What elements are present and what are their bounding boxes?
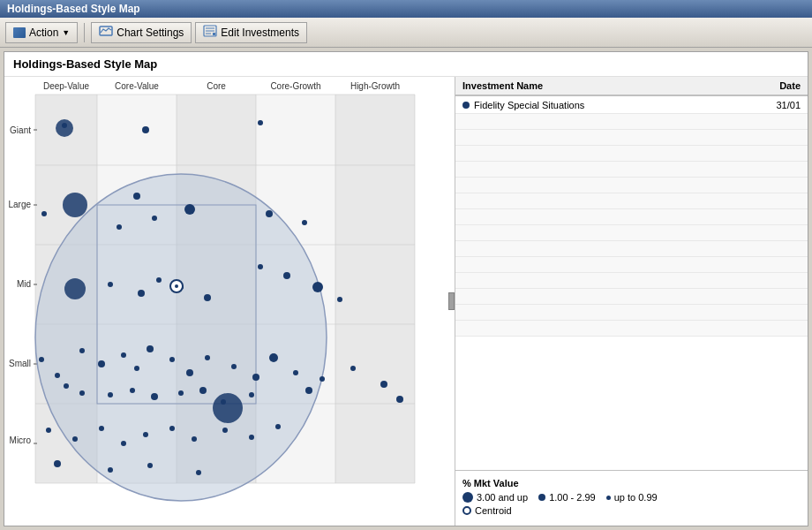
row-dot — [462, 102, 470, 109]
svg-point-104 — [147, 463, 153, 468]
svg-text:Core-Growth: Core-Growth — [270, 81, 320, 91]
svg-text:Small: Small — [9, 359, 31, 368]
chart-settings-button[interactable]: Chart Settings — [91, 22, 192, 43]
table-row-empty — [455, 241, 808, 257]
svg-point-103 — [108, 467, 113, 473]
investment-table: Investment Name Date Fidelity Special Si… — [455, 77, 808, 470]
svg-point-101 — [275, 424, 281, 429]
svg-point-77 — [293, 370, 298, 375]
svg-point-97 — [169, 426, 175, 431]
svg-point-70 — [147, 345, 154, 352]
row-name-col: Fidelity Special Situations — [462, 100, 756, 110]
style-map-chart: Deep-Value Core-Value Core Core-Growth H… — [4, 77, 455, 510]
table-row-empty — [455, 162, 808, 178]
table-row[interactable]: Fidelity Special Situations 31/01 — [455, 96, 808, 114]
svg-point-90 — [79, 390, 85, 396]
right-panel: Investment Name Date Fidelity Special Si… — [455, 77, 808, 526]
svg-point-37 — [35, 174, 327, 501]
edit-investments-icon — [203, 25, 217, 40]
scroll-stub[interactable] — [448, 292, 455, 310]
edit-investments-label: Edit Investments — [221, 26, 299, 39]
legend-row-centroid: Centroid — [462, 505, 801, 516]
legend-label-large: 3.00 and up — [477, 492, 528, 503]
svg-point-59 — [213, 393, 243, 423]
table-row-empty — [455, 305, 808, 321]
svg-point-44 — [63, 193, 87, 217]
edit-investments-button[interactable]: Edit Investments — [195, 22, 307, 43]
svg-point-80 — [380, 381, 387, 388]
svg-point-88 — [305, 387, 312, 394]
action-button[interactable]: Action ▼ — [5, 22, 78, 43]
svg-point-81 — [108, 392, 113, 398]
chart-settings-icon — [99, 25, 113, 40]
svg-point-73 — [205, 355, 210, 360]
svg-point-72 — [186, 369, 193, 376]
toolbar: Action ▼ Chart Settings Edit Investments — [0, 18, 812, 48]
svg-point-61 — [283, 272, 290, 279]
svg-point-52 — [108, 282, 113, 287]
svg-point-48 — [302, 220, 307, 225]
svg-point-94 — [99, 426, 104, 431]
legend-label-medium: 1.00 - 2.99 — [549, 492, 596, 503]
svg-point-86 — [221, 399, 226, 405]
svg-text:Giant: Giant — [10, 125, 31, 135]
legend-item-centroid: Centroid — [462, 505, 512, 516]
chart-settings-label: Chart Settings — [117, 26, 184, 39]
svg-point-42 — [258, 120, 263, 125]
action-label: Action — [29, 26, 58, 39]
content-title: Holdings-Based Style Map — [4, 52, 808, 77]
svg-point-98 — [192, 436, 197, 442]
table-header: Investment Name Date — [455, 77, 808, 96]
svg-point-65 — [55, 373, 60, 378]
row-date: 31/01 — [756, 100, 801, 110]
svg-point-64 — [39, 357, 44, 362]
col-header-name: Investment Name — [462, 80, 756, 91]
svg-point-51 — [64, 278, 86, 299]
svg-point-68 — [121, 352, 126, 358]
svg-point-45 — [133, 193, 140, 200]
svg-point-63 — [337, 297, 342, 302]
svg-point-78 — [320, 376, 325, 382]
table-row-empty — [455, 273, 808, 289]
svg-text:Large: Large — [8, 200, 31, 209]
svg-point-41 — [142, 126, 149, 133]
table-row-empty — [455, 193, 808, 209]
svg-point-60 — [258, 264, 263, 269]
table-row-empty — [455, 289, 808, 305]
svg-point-40 — [56, 119, 73, 137]
svg-point-99 — [222, 428, 228, 433]
window-title: Holdings-Based Style Map — [7, 3, 140, 15]
svg-point-54 — [156, 277, 162, 283]
svg-point-76 — [269, 353, 278, 362]
svg-text:Core-Value: Core-Value — [115, 81, 159, 91]
svg-point-47 — [266, 210, 273, 217]
svg-point-95 — [121, 441, 126, 446]
svg-point-91 — [64, 383, 69, 389]
legend-dot-medium — [538, 494, 545, 501]
svg-point-71 — [169, 357, 175, 362]
table-row-empty — [455, 130, 808, 146]
legend-dot-large — [462, 492, 473, 503]
legend-centroid-icon — [462, 506, 471, 515]
table-row-empty — [455, 209, 808, 225]
svg-point-87 — [249, 392, 254, 398]
legend-title: % Mkt Value — [462, 478, 801, 488]
svg-point-89 — [396, 396, 403, 403]
svg-point-102 — [54, 460, 61, 467]
svg-text:High-Growth: High-Growth — [350, 81, 400, 91]
col-header-date: Date — [756, 80, 801, 91]
svg-rect-9 — [335, 95, 415, 483]
table-row-empty — [455, 146, 808, 162]
svg-point-92 — [46, 428, 51, 433]
main-content: Holdings-Based Style Map — [4, 51, 808, 526]
svg-point-43 — [41, 211, 47, 216]
legend-item-medium: 1.00 - 2.99 — [538, 492, 596, 503]
svg-point-53 — [138, 290, 145, 297]
table-row-empty — [455, 257, 808, 273]
svg-point-50 — [152, 216, 157, 221]
legend-row-size: 3.00 and up 1.00 - 2.99 up to 0.99 — [462, 492, 801, 503]
svg-point-83 — [151, 393, 158, 400]
svg-point-74 — [231, 364, 237, 369]
legend-item-small: up to 0.99 — [606, 492, 658, 503]
legend-dot-small — [606, 496, 611, 500]
